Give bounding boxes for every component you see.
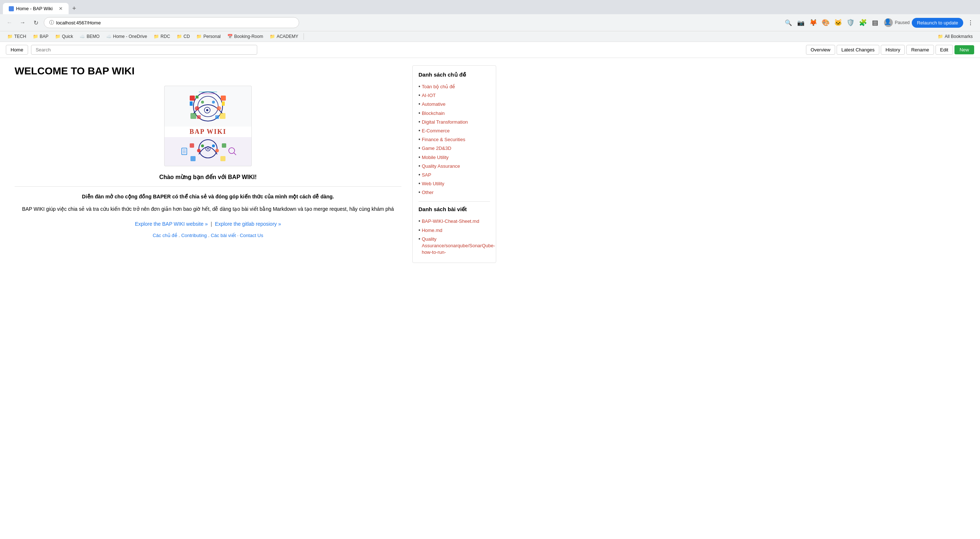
cloud-icon: ☁️ [80, 34, 85, 39]
new-tab-button[interactable]: + [69, 3, 79, 14]
topic-sap-link[interactable]: SAP [422, 172, 431, 178]
list-item: Digital Transformation [418, 118, 490, 127]
bookmark-booking[interactable]: 📅 Booking-Room [224, 33, 266, 40]
explore-website-link[interactable]: Explore the BAP WIKI website » [135, 221, 208, 227]
svg-rect-13 [191, 113, 196, 119]
wiki-desc-main: Diễn đàn mở cho cộng đồng BAPER có thể c… [14, 192, 401, 200]
wiki-footer-links: Các chủ đề . Contributing . Các bài viết… [14, 233, 401, 238]
bookmark-onedrive[interactable]: ☁️ Home - OneDrive [103, 33, 150, 40]
topic-all-link[interactable]: Toàn bộ chủ đề [422, 84, 455, 90]
bookmark-bemo[interactable]: ☁️ BEMO [76, 33, 102, 40]
footer-contact-link[interactable]: Contact Us [240, 233, 263, 238]
list-item: Web Utility [418, 180, 490, 188]
wiki-sidebar: Danh sách chủ đề Toàn bộ chủ đề AI-IOT A… [412, 65, 496, 269]
wiki-image-container: BAP WIKI [14, 86, 401, 166]
wiki-search-input[interactable] [31, 45, 257, 55]
calendar-icon: 📅 [227, 34, 233, 39]
new-button[interactable]: New [955, 45, 974, 54]
article-home-link[interactable]: Home.md [422, 227, 442, 234]
svg-point-9 [201, 101, 204, 103]
bookmark-rdc[interactable]: 📁 RDC [151, 33, 173, 40]
topic-finance-link[interactable]: Finance & Securities [422, 137, 465, 143]
address-input[interactable] [56, 20, 294, 25]
list-item: E-Commerce [418, 127, 490, 135]
back-button[interactable]: ← [5, 17, 14, 28]
sidebar-icon-btn[interactable]: ▤ [870, 17, 880, 28]
history-button[interactable]: History [881, 45, 905, 55]
list-item: Game 2D&3D [418, 144, 490, 153]
topic-web-link[interactable]: Web Utility [422, 181, 444, 187]
wiki-app: Home Overview Latest Changes History Ren… [0, 42, 980, 539]
list-item: Finance & Securities [418, 135, 490, 144]
color-icon-btn[interactable]: 🎨 [821, 17, 831, 28]
svg-rect-25 [222, 143, 226, 148]
bookmark-quick[interactable]: 📁 Quick [52, 33, 76, 40]
list-item: Other [418, 188, 490, 197]
fox-icon-btn[interactable]: 🦊 [808, 17, 818, 28]
cat-icon-btn[interactable]: 🐱 [833, 17, 843, 28]
wiki-home-button[interactable]: Home [6, 45, 28, 55]
bookmark-bap[interactable]: 📁 BAP [30, 33, 51, 40]
folder-icon: 📁 [196, 34, 202, 39]
screenshot-icon-btn[interactable]: 📷 [796, 17, 806, 28]
search-icon-btn[interactable]: 🔍 [783, 17, 794, 28]
article-cheatsheet-link[interactable]: BAP-WIKI-Cheat-Sheet.md [422, 218, 479, 225]
svg-rect-6 [222, 102, 225, 106]
all-bookmarks-button[interactable]: 📁 All Bookmarks [935, 33, 975, 40]
relaunch-button[interactable]: Relaunch to update [912, 18, 963, 28]
topic-ecommerce-link[interactable]: E-Commerce [422, 128, 450, 134]
footer-topics-link[interactable]: Các chủ đề [153, 233, 177, 238]
tab-close-icon[interactable]: ✕ [59, 6, 63, 11]
profile-area: 👤 Paused [884, 18, 910, 27]
svg-point-23 [212, 145, 215, 147]
svg-rect-15 [197, 115, 200, 119]
extensions-icon-btn[interactable]: 🧩 [858, 17, 868, 28]
edit-button[interactable]: Edit [935, 45, 953, 55]
reload-button[interactable]: ↻ [31, 17, 41, 28]
browser-nav-icons: 🔍 📷 🦊 🎨 🐱 🛡️ 🧩 ▤ 👤 Paused Relaunch to up… [783, 17, 975, 28]
footer-contributing-link[interactable]: Contributing [181, 233, 207, 238]
wiki-subtitle: Chào mừng bạn đến với BAP WIKI! [14, 173, 401, 181]
latest-changes-button[interactable]: Latest Changes [837, 45, 879, 55]
topic-digital-link[interactable]: Digital Transformation [422, 119, 468, 126]
wiki-bottom-illustration [168, 138, 248, 165]
topic-qa-link[interactable]: Quality Assurance [422, 163, 460, 170]
bookmark-academy[interactable]: 📁 ACADEMY [267, 33, 301, 40]
bookmark-cd[interactable]: 📁 CD [174, 33, 192, 40]
list-item: BAP-WIKI-Cheat-Sheet.md [418, 217, 490, 226]
lock-icon: ⓘ [49, 19, 54, 26]
topic-other-link[interactable]: Other [422, 189, 434, 196]
topic-automative-link[interactable]: Automative [422, 101, 445, 108]
forward-button[interactable]: → [18, 17, 28, 28]
topic-ai-iot-link[interactable]: AI-IOT [422, 92, 436, 99]
sidebar-topics-box: Danh sách chủ đề Toàn bộ chủ đề AI-IOT A… [412, 65, 496, 263]
rename-button[interactable]: Rename [906, 45, 934, 55]
topic-game-link[interactable]: Game 2D&3D [422, 145, 451, 152]
svg-point-21 [215, 149, 219, 153]
svg-rect-4 [190, 102, 192, 106]
bookmark-personal[interactable]: 📁 Personal [193, 33, 223, 40]
wiki-search-container [31, 45, 257, 55]
svg-rect-24 [190, 143, 194, 148]
svg-point-29 [207, 148, 209, 149]
article-qa-sonarqube-link[interactable]: Quality Assurance/sonarqube/SonarQube-ho… [422, 236, 495, 256]
bookmark-folder-icon: 📁 [938, 34, 943, 39]
active-tab[interactable]: Home - BAP Wiki ✕ [3, 3, 68, 14]
bookmark-tech[interactable]: 📁 TECH [5, 33, 29, 40]
svg-rect-3 [196, 95, 199, 99]
svg-point-7 [195, 106, 199, 110]
topic-mobile-link[interactable]: Mobile Utility [422, 154, 449, 161]
paused-label: Paused [895, 20, 910, 25]
wiki-top-illustration [168, 88, 248, 125]
svg-point-22 [201, 145, 204, 147]
menu-icon-btn[interactable]: ⋮ [966, 17, 975, 28]
footer-articles-link[interactable]: Các bài viết [211, 233, 236, 238]
profile-avatar[interactable]: 👤 [884, 18, 893, 27]
shield-icon-btn[interactable]: 🛡️ [845, 17, 856, 28]
svg-point-20 [197, 149, 200, 153]
overview-button[interactable]: Overview [806, 45, 835, 55]
svg-rect-26 [191, 156, 196, 161]
page-title: WELCOME TO BAP WIKI [14, 65, 401, 77]
explore-gitlab-link[interactable]: Explore the gitlab reposiory » [215, 221, 281, 227]
topic-blockchain-link[interactable]: Blockchain [422, 110, 445, 117]
